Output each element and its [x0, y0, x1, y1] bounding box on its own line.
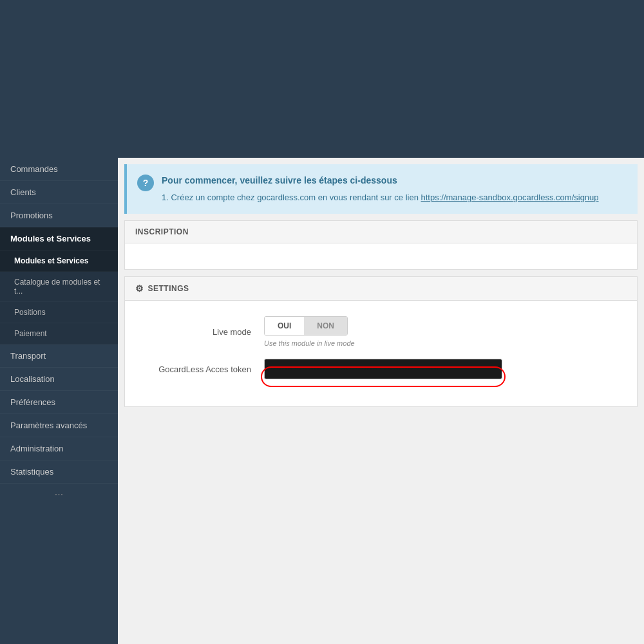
- live-mode-value: OUI NON Use this module in live mode: [264, 316, 627, 347]
- live-mode-toggle: OUI NON: [264, 316, 348, 336]
- top-bar: [0, 0, 644, 158]
- live-mode-label: Live mode: [135, 327, 264, 337]
- info-step1: 1. Créez un compte chez gocardless.com e…: [162, 191, 599, 205]
- token-label: GocardLess Acces token: [135, 365, 264, 374]
- token-wrapper: [264, 359, 502, 379]
- info-title: Pour commencer, veuillez suivre les étap…: [162, 173, 599, 187]
- inscription-section: INSCRIPTION: [124, 220, 638, 270]
- sidebar-item-modules[interactable]: Modules et Services: [0, 227, 118, 251]
- sidebar-item-statistiques[interactable]: Statistiques: [0, 460, 118, 484]
- settings-section: ⚙ SETTINGS Live mode OUI NON Use this mo…: [124, 276, 638, 407]
- info-text: Pour commencer, veuillez suivre les étap…: [162, 173, 599, 205]
- info-icon: ?: [137, 175, 154, 191]
- info-box: ? Pour commencer, veuillez suivre les ét…: [124, 164, 638, 214]
- content-area: ? Pour commencer, veuillez suivre les ét…: [118, 158, 644, 644]
- sidebar-subitem-catalogue[interactable]: Catalogue de modules et t...: [0, 272, 118, 302]
- token-row: GocardLess Acces token: [135, 359, 627, 379]
- token-value: [264, 359, 627, 379]
- sidebar-item-commandes[interactable]: Commandes: [0, 158, 118, 181]
- main-container: Commandes Clients Promotions Modules et …: [0, 158, 644, 644]
- sidebar-submenu-modules: Modules et Services Catalogue de modules…: [0, 251, 118, 345]
- inscription-header: INSCRIPTION: [125, 221, 637, 243]
- sidebar-item-administration[interactable]: Administration: [0, 437, 118, 460]
- signup-link[interactable]: https://manage-sandbox.gocardless.com/si…: [421, 193, 599, 202]
- sidebar-item-promotions[interactable]: Promotions: [0, 204, 118, 227]
- live-mode-non-btn[interactable]: NON: [304, 317, 347, 335]
- live-mode-hint: Use this module in live mode: [264, 339, 355, 347]
- token-input[interactable]: [264, 359, 502, 379]
- settings-header: ⚙ SETTINGS: [125, 277, 637, 301]
- inscription-body: [125, 243, 637, 269]
- live-mode-oui-btn[interactable]: OUI: [265, 317, 304, 335]
- sidebar-item-preferences[interactable]: Préférences: [0, 391, 118, 414]
- sidebar-item-localisation[interactable]: Localisation: [0, 368, 118, 391]
- sidebar-subitem-paiement[interactable]: Paiement: [0, 323, 118, 345]
- gear-icon: ⚙: [135, 283, 144, 294]
- sidebar-item-transport[interactable]: Transport: [0, 345, 118, 368]
- sidebar-item-parametres[interactable]: Paramètres avancés: [0, 414, 118, 437]
- settings-body: Live mode OUI NON Use this module in liv…: [125, 301, 637, 406]
- sidebar: Commandes Clients Promotions Modules et …: [0, 158, 118, 644]
- live-mode-row: Live mode OUI NON Use this module in liv…: [135, 316, 627, 347]
- sidebar-dots: ···: [0, 484, 118, 506]
- sidebar-subitem-positions[interactable]: Positions: [0, 302, 118, 323]
- sidebar-subitem-modules-services[interactable]: Modules et Services: [0, 251, 118, 272]
- sidebar-item-clients[interactable]: Clients: [0, 181, 118, 204]
